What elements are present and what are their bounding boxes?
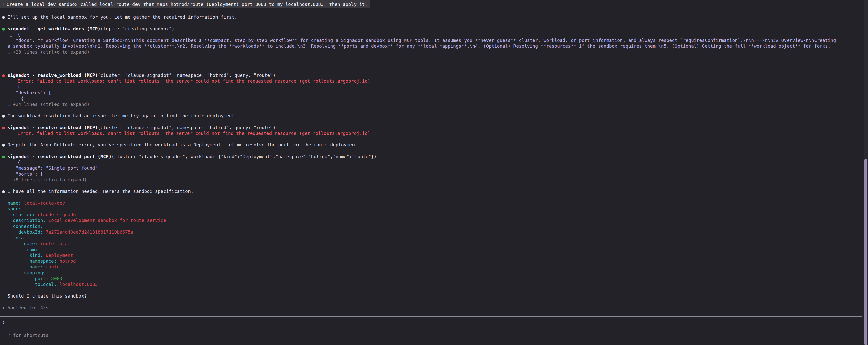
yaml-line: name: local-route-dev: [2, 200, 863, 206]
yaml-segment: kind:: [29, 253, 43, 258]
yaml-segment: Local development sandbox for route serv…: [46, 218, 166, 223]
expand-hint-text: … +24 lines (ctrl+o to expand): [2, 102, 90, 107]
yaml-segment: [2, 200, 7, 206]
yaml-segment: route: [43, 264, 60, 269]
block-tool: ● signadot - resolve_workload_port (MCP)…: [2, 153, 863, 182]
tool-call-name: signadot - resolve_workload (MCP): [5, 125, 98, 130]
yaml-segment: [2, 270, 24, 275]
yaml-segment: name:: [7, 200, 21, 206]
tool-result-text: "docs": "# Workflow: Creating a Sandbox\…: [2, 38, 836, 43]
tool-success-bullet-icon: ●: [2, 26, 5, 31]
scrollbar-track[interactable]: [864, 0, 868, 345]
terminal-output: >Create a local-dev sandbox called local…: [0, 0, 863, 310]
assistant-bullet-icon: ●: [2, 189, 5, 194]
yaml-line: cluster: claude-signadot: [2, 212, 863, 218]
yaml-line: toLocal: localhost:8083: [2, 281, 863, 287]
yaml-segment: mappings:: [24, 270, 49, 275]
spinner-icon: ✳: [2, 305, 5, 310]
tool-call-header: ● signadot - get_workflow_docs (MCP)(top…: [2, 26, 863, 32]
yaml-segment: 7a272a4d40ee7d241318817110b6675a: [43, 229, 133, 235]
yaml-segment: -: [29, 276, 35, 281]
yaml-segment: [2, 206, 7, 211]
yaml-line: namespace: hotrod: [2, 258, 863, 264]
yaml-segment: from:: [24, 247, 38, 252]
tool-result-line: ⎿ {: [2, 32, 863, 37]
assistant-bullet-icon: ●: [2, 142, 5, 147]
yaml-segment: 8083: [49, 276, 62, 281]
block-para: ● I'll set up the local sandbox for you.…: [2, 14, 863, 20]
tool-call-args: (cluster: "claude-signadot", workload: {…: [111, 154, 376, 159]
tool-result-line: "devboxes": [: [2, 90, 863, 95]
tool-result-line: ⎿ {: [2, 160, 863, 165]
assistant-text-content: I'll set up the local sandbox for you. L…: [5, 15, 237, 20]
yaml-segment: port:: [35, 276, 49, 281]
block-status: ✳ Sautéed for 42s: [2, 305, 863, 310]
expand-hint: … +8 lines (ctrl+o to expand): [2, 177, 863, 182]
prompt-chevron-icon: ❯: [2, 319, 5, 325]
expand-hint: … +24 lines (ctrl+o to expand): [2, 101, 863, 107]
block-plain: Should I create this sandbox?: [2, 293, 863, 299]
expand-hint-text: … +28 lines (ctrl+o to expand): [2, 49, 90, 55]
yaml-segment: devboxId:: [19, 229, 43, 235]
yaml-segment: name:: [29, 264, 43, 269]
tool-call-header: ● signadot - resolve_workload (MCP)(clus…: [2, 72, 863, 78]
expand-hint: … +28 lines (ctrl+o to expand): [2, 49, 863, 55]
assistant-text: ● The workload resolution had an issue. …: [2, 113, 863, 119]
shortcuts-hint-text: ? for shortcuts: [7, 333, 49, 338]
assistant-text-content: Despite the Argo Rollouts error, you've …: [5, 142, 360, 147]
yaml-segment: [2, 258, 29, 264]
assistant-text-content: I have all the information needed. Here'…: [5, 189, 193, 194]
yaml-segment: Deployment: [43, 253, 73, 258]
shortcuts-hint: ? for shortcuts: [7, 333, 49, 338]
prompt-input-box[interactable]: ❯: [0, 316, 863, 328]
tool-result-line: {: [2, 95, 863, 101]
block-tool: ● signadot - get_workflow_docs (MCP)(top…: [2, 26, 863, 55]
result-elbow-icon: ⎿: [2, 131, 18, 136]
yaml-line: devboxId: 7a272a4d40ee7d241318817110b667…: [2, 229, 863, 235]
yaml-segment: [2, 282, 35, 287]
tool-result-line: "ports": [: [2, 171, 863, 177]
user-message-line: >Create a local-dev sandbox called local…: [0, 0, 863, 8]
result-elbow-icon: ⎿: [2, 160, 18, 165]
yaml-segment: route-local: [38, 241, 70, 246]
yaml-segment: cluster:: [13, 212, 35, 217]
yaml-segment: claude-signadot: [35, 212, 79, 217]
tool-call-args: (topic: "creating_sandbox"): [100, 26, 174, 31]
result-elbow-icon: ⎿: [2, 84, 18, 89]
yaml-segment: name:: [24, 241, 38, 246]
tool-call-args: (cluster: "claude-signadot", namespace: …: [98, 125, 275, 130]
assistant-text-content: The workload resolution had an issue. Le…: [5, 113, 237, 118]
tool-result-text: a sandbox typically involves:\n\n1. Reso…: [2, 44, 831, 49]
yaml-line: kind: Deployment: [2, 252, 863, 258]
yaml-segment: toLocal:: [35, 282, 57, 287]
result-elbow-icon: ⎿: [2, 32, 18, 37]
tool-result-text: "message": "Single port found",: [2, 166, 100, 171]
assistant-text: ● I have all the information needed. Her…: [2, 189, 863, 194]
status-line: ✳ Sautéed for 42s: [2, 305, 863, 310]
tool-error-bullet-icon: ●: [2, 73, 5, 78]
yaml-line: - name: route-local: [2, 241, 863, 247]
tool-result-line: a sandbox typically involves:\n\n1. Reso…: [2, 43, 863, 49]
assistant-text: ● I'll set up the local sandbox for you.…: [2, 14, 863, 20]
tool-result-text: "devboxes": [: [2, 90, 51, 95]
scrollbar-thumb[interactable]: [865, 159, 868, 345]
tool-call-name: signadot - resolve_workload_port (MCP): [5, 154, 112, 159]
block-tool: ● signadot - resolve_workload (MCP)(clus…: [2, 124, 863, 136]
tool-error-bullet-icon: ●: [2, 125, 5, 130]
yaml-segment: localhost:8083: [57, 282, 98, 287]
yaml-segment: -: [19, 241, 24, 246]
yaml-line: description: Local development sandbox f…: [2, 218, 863, 223]
status-text: Sautéed for 42s: [5, 305, 49, 310]
tool-call-header: ● signadot - resolve_workload_port (MCP)…: [2, 153, 863, 160]
user-message: >Create a local-dev sandbox called local…: [0, 0, 370, 8]
user-message-text: Create a local-dev sandbox called local-…: [6, 1, 367, 7]
yaml-segment: local-route-dev: [21, 200, 65, 206]
tool-call-args: (cluster: "claude-signadot", namespace: …: [98, 73, 275, 78]
tool-error-line: ⎿ Error: failed to list workloads: can't…: [2, 78, 863, 84]
yaml-line: connection:: [2, 223, 863, 229]
yaml-segment: [2, 276, 29, 281]
yaml-segment: [2, 235, 13, 240]
tool-success-bullet-icon: ●: [2, 154, 5, 159]
block-para: ● The workload resolution had an issue. …: [2, 113, 863, 119]
yaml-line: spec:: [2, 206, 863, 212]
